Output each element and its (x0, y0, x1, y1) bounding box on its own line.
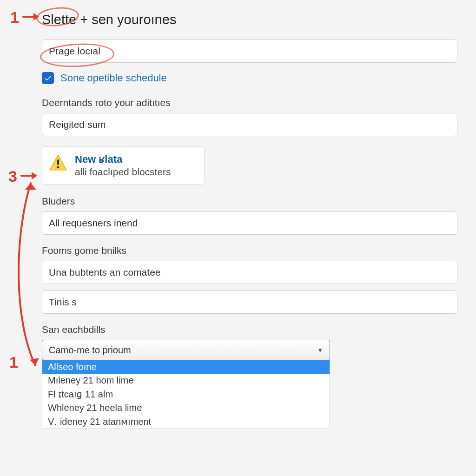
san-option-2[interactable]: Fl ɪtcaıɡ 11 alm (42, 387, 330, 401)
fooms-input-1[interactable] (42, 261, 457, 284)
san-select-value: Camo-me to prioum (49, 345, 131, 356)
bluders-label: Bluders (42, 196, 457, 207)
san-option-1[interactable]: Mıleney 21 hom lime (42, 374, 330, 387)
san-dropdown-list: Allseo foıneMıleney 21 hom limeFl ɪtcaıɡ… (42, 360, 330, 429)
san-option-3[interactable]: Whleney 21 heela lime (42, 401, 330, 415)
schedule-checkbox-label[interactable]: Sone opetible schedule (60, 72, 167, 84)
alert-subtitle: alli foaclıped blocsters (75, 166, 171, 178)
prage-local-input[interactable] (42, 40, 457, 63)
deerntands-input[interactable] (42, 113, 457, 136)
check-icon (44, 74, 52, 82)
svg-rect-1 (57, 159, 59, 165)
alert-title: New ʁlata (75, 153, 171, 165)
san-label: San eachbdills (42, 324, 457, 335)
deerntands-label: Deerntands roto your aditıtıes (42, 97, 457, 108)
schedule-checkbox[interactable] (42, 72, 54, 84)
bluders-input[interactable] (42, 212, 457, 235)
fooms-input-2[interactable] (42, 291, 457, 314)
svg-point-2 (57, 166, 60, 169)
fooms-label: Fooms gome bnilks (42, 245, 457, 256)
san-option-4[interactable]: V․ ideney 21 atanᴍıment (42, 415, 330, 429)
san-option-0[interactable]: Allseo foıne (42, 360, 330, 374)
warning-icon (49, 153, 67, 172)
page-title: Slette + sen youroınes (42, 12, 457, 27)
new-plata-alert[interactable]: New ʁlata alli foaclıped blocsters (42, 146, 205, 185)
san-select[interactable]: Camo-me to prioum ▼ (42, 340, 330, 360)
chevron-down-icon: ▼ (317, 347, 323, 354)
